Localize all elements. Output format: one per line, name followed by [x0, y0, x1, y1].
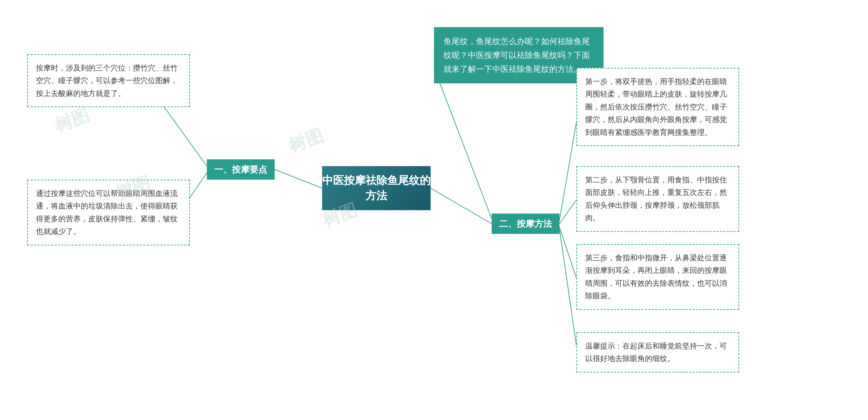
left-box-2: 通过按摩这些穴位可以帮助眼睛周围血液流通，将血液中的垃圾清除出去，使得眼睛获得更…	[27, 180, 190, 245]
svg-line-0	[275, 169, 322, 188]
left-box-1: 按摩时，涉及到的三个穴位：攒竹穴、丝竹空穴、瞳子髎穴，可以参考一些穴位图解，按上…	[27, 54, 190, 107]
svg-line-4	[434, 68, 492, 219]
svg-line-3	[431, 188, 492, 224]
right-section-label: 二、按摩方法	[492, 214, 559, 234]
svg-line-1	[163, 105, 207, 166]
svg-line-6	[559, 200, 576, 224]
tip-box: 温馨提示：在起床后和睡觉前坚持一次，可以很好地去除眼角的细纹。	[576, 332, 739, 373]
svg-line-8	[559, 229, 576, 346]
svg-line-7	[559, 227, 576, 278]
svg-line-5	[559, 122, 576, 220]
watermark-3: 树图	[285, 123, 327, 158]
step2-box: 第二步，从下颚骨位置，用食指、中指按住面部皮肤，轻轻向上推，重复五次左右，然后仰…	[576, 166, 739, 232]
step1-box: 第一步，将双手搓热，用手指轻柔的在眼睛周围轻柔，带动眼睛上的皮肤，旋转按摩几圈，…	[576, 68, 739, 146]
left-section-label: 一、按摩要点	[207, 159, 275, 180]
central-node: 中医按摩祛除鱼尾纹的方法	[322, 166, 431, 210]
step3-box: 第三步，食指和中指微开，从鼻梁处位置逐渐按摩到耳朵，再闭上眼睛，来回的按摩眼睛周…	[576, 244, 739, 310]
watermark-1: 树图	[51, 103, 93, 137]
